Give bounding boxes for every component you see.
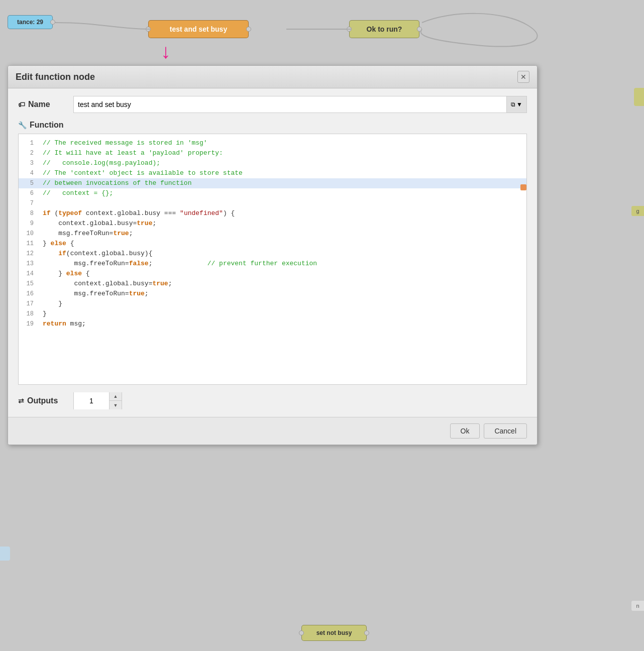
name-row: 🏷 Name ⧉ ▼ <box>18 96 527 113</box>
instance-node-label: tance: 29 <box>17 19 43 26</box>
code-line-2: 2 // It will have at least a 'payload' p… <box>19 148 526 158</box>
scroll-indicator <box>520 184 526 190</box>
code-line-8: 8 if (typeof context.global.busy === "un… <box>19 208 526 219</box>
code-line-12: 12 if(context.global.busy){ <box>19 249 526 259</box>
code-editor[interactable]: 1 // The received message is stored in '… <box>18 134 527 385</box>
instance-port-right <box>50 20 55 25</box>
ok-port-left <box>347 27 352 32</box>
code-line-17: 17 } <box>19 299 526 309</box>
right-side-partial: g <box>631 206 644 216</box>
ok-port-right <box>417 27 422 32</box>
dialog-footer: Ok Cancel <box>8 417 537 445</box>
set-not-busy-node[interactable]: set not busy <box>301 625 367 641</box>
outputs-row: ⇄ Outputs ▲ ▼ <box>18 392 527 409</box>
function-label: 🔧 Function <box>18 121 73 130</box>
pointer-arrow: ↓ <box>161 40 171 63</box>
left-partial-node <box>0 547 10 561</box>
code-line-10: 10 msg.freeToRun=true; <box>19 229 526 239</box>
edit-dialog: Edit function node ✕ 🏷 Name ⧉ ▼ 🔧 Funct <box>8 65 538 445</box>
ok-button[interactable]: Ok <box>450 423 480 439</box>
code-line-15: 15 context.global.busy=true; <box>19 279 526 289</box>
code-line-4: 4 // The 'context' object is available t… <box>19 168 526 178</box>
code-line-19: 19 return msg; <box>19 319 526 329</box>
code-line-1: 1 // The received message is stored in '… <box>19 138 526 148</box>
wrench-icon: 🔧 <box>18 121 27 129</box>
cancel-button[interactable]: Cancel <box>484 423 527 439</box>
set-not-busy-port-left <box>299 630 304 635</box>
code-line-18: 18 } <box>19 309 526 319</box>
stepper-down-button[interactable]: ▼ <box>110 401 122 409</box>
instance-node[interactable]: tance: 29 <box>8 15 53 29</box>
dialog-header: Edit function node ✕ <box>8 66 537 88</box>
dialog-title: Edit function node <box>16 72 95 82</box>
code-line-13: 13 msg.freeToRun=false; // prevent furth… <box>19 259 526 269</box>
function-label-row: 🔧 Function <box>18 121 527 130</box>
stepper-up-button[interactable]: ▲ <box>110 392 122 401</box>
function-port-right <box>246 27 251 32</box>
copy-icon: ⧉ <box>511 101 515 108</box>
outputs-stepper: ▲ ▼ <box>73 392 122 409</box>
code-line-16: 16 msg.freeToRun=true; <box>19 289 526 299</box>
code-line-5: 5 // between invocations of the function <box>19 178 526 188</box>
chevron-down-icon: ▼ <box>516 101 522 108</box>
code-line-3: 3 // console.log(msg.payload); <box>19 158 526 168</box>
name-icon: 🏷 <box>18 100 25 108</box>
outputs-icon: ⇄ <box>18 397 24 405</box>
name-input[interactable] <box>73 96 507 113</box>
set-not-busy-port-right <box>364 630 369 635</box>
dialog-body: 🏷 Name ⧉ ▼ 🔧 Function 1 <box>8 88 537 417</box>
function-node[interactable]: test and set busy <box>148 20 249 38</box>
code-line-6: 6 // context = {}; <box>19 188 526 198</box>
code-line-14: 14 } else { <box>19 269 526 279</box>
bottom-right-partial: n <box>631 601 644 611</box>
set-not-busy-label: set not busy <box>316 629 352 636</box>
code-line-11: 11 } else { <box>19 239 526 249</box>
function-port-left <box>146 27 151 32</box>
code-line-7: 7 <box>19 198 526 208</box>
name-input-dropdown-button[interactable]: ⧉ ▼ <box>507 96 527 113</box>
outputs-label: ⇄ Outputs <box>18 396 73 405</box>
stepper-buttons: ▲ ▼ <box>109 392 122 409</box>
outputs-input[interactable] <box>74 392 109 409</box>
function-node-label: test and set busy <box>170 25 227 33</box>
dialog-close-button[interactable]: ✕ <box>517 71 529 83</box>
right-partial-node <box>634 88 644 106</box>
ok-node-label: Ok to run? <box>367 25 402 33</box>
name-label: 🏷 Name <box>18 100 73 109</box>
name-input-wrapper: ⧉ ▼ <box>73 96 527 113</box>
ok-node[interactable]: Ok to run? <box>349 20 419 38</box>
code-line-9: 9 context.global.busy=true; <box>19 219 526 229</box>
